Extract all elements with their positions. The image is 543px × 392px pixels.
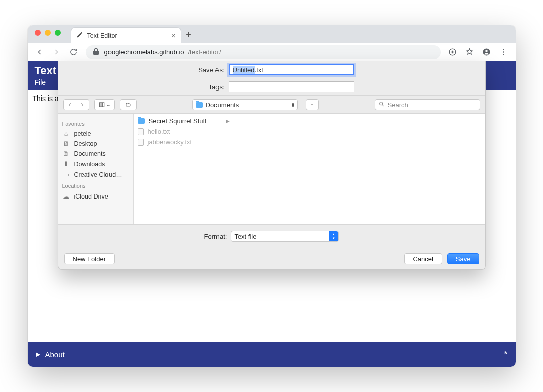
folder-icon: [138, 118, 145, 124]
profile-icon[interactable]: [482, 47, 492, 57]
browser-window: Text Editor × + googlechromelabs.github.…: [28, 25, 516, 367]
dialog-search-input[interactable]: Search: [375, 99, 480, 110]
dialog-toolbar: ⌄ Documents ▴▾ Search: [58, 95, 485, 114]
save-as-rest: .txt: [255, 66, 263, 74]
url-host: googlechromelabs.github.io: [104, 48, 184, 56]
bookmark-icon[interactable]: [465, 47, 475, 57]
save-as-selected: Untitled: [233, 66, 255, 74]
dialog-buttons: New Folder Cancel Save: [58, 248, 485, 269]
search-icon: [378, 101, 385, 109]
chevron-updown-icon: ▴▾: [292, 102, 294, 108]
location-label: Documents: [206, 101, 239, 109]
empty-column: [234, 114, 485, 224]
svg-rect-7: [101, 103, 102, 107]
window-zoom-button[interactable]: [55, 30, 61, 36]
traffic-lights: [35, 30, 61, 36]
cancel-button[interactable]: Cancel: [404, 253, 442, 264]
search-placeholder: Search: [388, 101, 408, 109]
sidebar-item-petele[interactable]: ⌂petele: [62, 129, 129, 139]
app-footer: ▶ About *: [28, 342, 516, 367]
back-button[interactable]: [63, 99, 76, 110]
file-row[interactable]: hello.txt: [134, 126, 234, 137]
pencil-icon: [76, 31, 83, 40]
file-row[interactable]: jabberwocky.txt: [134, 137, 234, 147]
home-icon: ⌂: [62, 130, 70, 137]
svg-point-5: [503, 54, 504, 55]
new-tab-button[interactable]: +: [181, 27, 196, 43]
location-select[interactable]: Documents ▴▾: [192, 99, 298, 110]
folder-row[interactable]: Secret Squirrel Stuff ▶: [134, 116, 234, 126]
format-select[interactable]: Text file ▴▾: [231, 231, 339, 242]
dirty-indicator: *: [504, 349, 507, 360]
url-path: /text-editor/: [188, 48, 221, 56]
svg-point-10: [379, 102, 382, 105]
format-value: Text file: [234, 233, 256, 240]
omnibox[interactable]: googlechromelabs.github.io/text-editor/: [86, 45, 441, 59]
nav-forward-button[interactable]: [52, 47, 62, 57]
disclosure-triangle-icon[interactable]: ▶: [36, 351, 40, 358]
cloud-icon: ☁: [62, 192, 70, 200]
lock-icon: [92, 47, 100, 57]
nav-back-button[interactable]: [35, 47, 45, 57]
sidebar-item-icloud[interactable]: ☁iCloud Drive: [62, 191, 129, 202]
file-column: Secret Squirrel Stuff ▶ hello.txt jabber…: [134, 114, 234, 224]
chevron-updown-icon: ▴▾: [329, 231, 338, 241]
sidebar-item-desktop[interactable]: 🖥Desktop: [62, 139, 129, 149]
tab-title: Text Editor: [87, 32, 117, 39]
tab-close-icon[interactable]: ×: [171, 32, 175, 40]
browser-tab[interactable]: Text Editor ×: [71, 27, 181, 43]
expand-up-button[interactable]: [306, 99, 319, 110]
install-icon[interactable]: [448, 47, 458, 57]
sidebar-item-downloads[interactable]: ⬇Downloads: [62, 159, 129, 169]
folder-icon: ▭: [62, 171, 70, 178]
view-mode-button[interactable]: ⌄: [94, 99, 115, 110]
locations-header: Locations: [62, 183, 129, 189]
nav-segment: [63, 99, 89, 110]
svg-point-4: [503, 51, 504, 53]
save-as-label: Save As:: [189, 66, 225, 74]
folder-icon: [196, 102, 203, 108]
browser-toolbar: googlechromelabs.github.io/text-editor/: [28, 43, 516, 61]
save-as-input[interactable]: Untitled.txt: [229, 64, 354, 75]
format-label: Format:: [204, 233, 227, 240]
save-dialog: Save As: Untitled.txt Tags:: [58, 61, 486, 270]
folder-name: Secret Squirrel Stuff: [149, 117, 207, 125]
format-row: Format: Text file ▴▾: [58, 224, 485, 248]
window-minimize-button[interactable]: [45, 30, 51, 36]
chevron-right-icon: ▶: [226, 118, 230, 124]
dialog-body: Favorites ⌂petele 🖥Desktop 🗎Documents ⬇D…: [58, 114, 485, 224]
save-button[interactable]: Save: [447, 253, 479, 264]
file-icon: [138, 128, 144, 135]
group-button[interactable]: [120, 99, 137, 110]
new-folder-button[interactable]: New Folder: [64, 253, 115, 264]
svg-rect-8: [103, 103, 104, 107]
desktop-icon: 🖥: [62, 140, 70, 147]
svg-rect-9: [126, 104, 130, 106]
tags-input[interactable]: [229, 81, 354, 92]
svg-point-3: [503, 49, 504, 50]
sidebar-item-creative-cloud[interactable]: ▭Creative Cloud…: [62, 169, 129, 180]
svg-rect-6: [99, 103, 101, 107]
forward-button[interactable]: [76, 99, 89, 110]
titlebar: Text Editor × +: [28, 25, 516, 43]
downloads-icon: ⬇: [62, 160, 70, 168]
favorites-header: Favorites: [62, 121, 129, 127]
reload-button[interactable]: [69, 47, 79, 57]
tags-label: Tags:: [189, 83, 225, 91]
sidebar: Favorites ⌂petele 🖥Desktop 🗎Documents ⬇D…: [58, 114, 134, 224]
footer-about[interactable]: About: [45, 350, 65, 359]
window-close-button[interactable]: [35, 30, 41, 36]
svg-point-2: [485, 50, 488, 52]
page-content: Text File This is a n ▶ About * Save As:…: [28, 61, 516, 367]
kebab-menu-icon[interactable]: [499, 47, 509, 57]
documents-icon: 🗎: [62, 150, 70, 157]
file-icon: [138, 139, 144, 146]
sidebar-item-documents[interactable]: 🗎Documents: [62, 149, 129, 159]
